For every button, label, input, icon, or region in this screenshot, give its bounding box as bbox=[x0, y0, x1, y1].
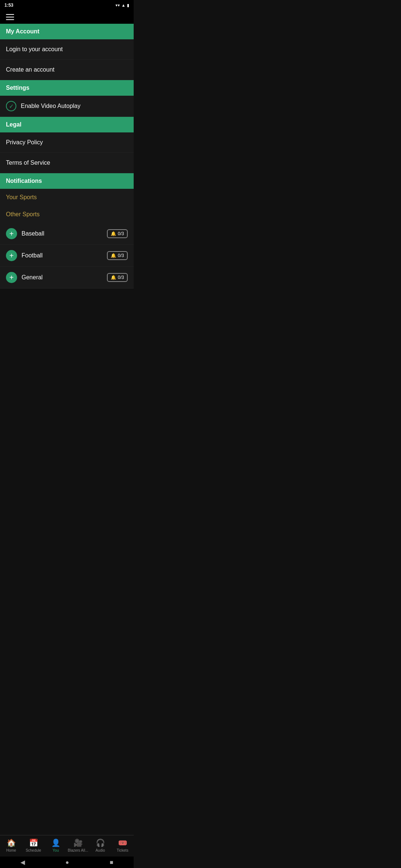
terms-of-service-label: Terms of Service bbox=[6, 160, 50, 166]
battery-icon: ▮ bbox=[127, 3, 129, 8]
create-account-item[interactable]: Create an account bbox=[0, 60, 134, 80]
status-bar: 1:53 ▾▾ ▲ ▮ bbox=[0, 0, 134, 10]
create-account-label: Create an account bbox=[6, 66, 55, 73]
general-add-icon[interactable]: + bbox=[6, 272, 17, 283]
my-account-header: My Account bbox=[0, 24, 134, 39]
status-time: 1:53 bbox=[4, 3, 13, 8]
baseball-notification-count: 0/3 bbox=[118, 231, 124, 236]
autoplay-label: Enable Video Autoplay bbox=[21, 103, 81, 109]
your-sports-label: Your Sports bbox=[0, 189, 134, 206]
settings-header: Settings bbox=[0, 80, 134, 96]
wifi-icon: ▾▾ bbox=[115, 3, 120, 8]
general-bell-icon: 🔔 bbox=[111, 275, 116, 280]
autoplay-toggle-item[interactable]: ✓ Enable Video Autoplay bbox=[0, 96, 134, 117]
privacy-policy-label: Privacy Policy bbox=[6, 139, 43, 146]
general-notification-badge: 🔔 0/3 bbox=[107, 273, 128, 282]
status-icons: ▾▾ ▲ ▮ bbox=[115, 3, 129, 8]
football-add-icon[interactable]: + bbox=[6, 250, 17, 261]
login-item[interactable]: Login to your account bbox=[0, 39, 134, 60]
football-notification-badge: 🔔 0/3 bbox=[107, 251, 128, 260]
baseball-notification-badge: 🔔 0/3 bbox=[107, 229, 128, 238]
terms-of-service-item[interactable]: Terms of Service bbox=[0, 153, 134, 173]
football-sport-row[interactable]: + Football 🔔 0/3 bbox=[0, 245, 134, 267]
main-content: My Account Login to your account Create … bbox=[0, 24, 134, 333]
football-name: Football bbox=[22, 252, 102, 259]
baseball-name: Baseball bbox=[22, 230, 102, 237]
general-sport-row[interactable]: + General 🔔 0/3 bbox=[0, 267, 134, 289]
notifications-header: Notifications bbox=[0, 173, 134, 189]
football-bell-icon: 🔔 bbox=[111, 253, 116, 258]
baseball-bell-icon: 🔔 bbox=[111, 231, 116, 236]
login-label: Login to your account bbox=[6, 46, 63, 53]
general-name: General bbox=[22, 274, 102, 281]
top-bar bbox=[0, 10, 134, 24]
legal-header: Legal bbox=[0, 117, 134, 132]
football-notification-count: 0/3 bbox=[118, 253, 124, 258]
general-notification-count: 0/3 bbox=[118, 275, 124, 280]
other-sports-label: Other Sports bbox=[0, 206, 134, 223]
privacy-policy-item[interactable]: Privacy Policy bbox=[0, 132, 134, 153]
baseball-sport-row[interactable]: + Baseball 🔔 0/3 bbox=[0, 223, 134, 245]
hamburger-menu-button[interactable] bbox=[6, 14, 14, 20]
signal-icon: ▲ bbox=[121, 3, 125, 7]
baseball-add-icon[interactable]: + bbox=[6, 228, 17, 239]
autoplay-check-icon: ✓ bbox=[6, 101, 16, 111]
